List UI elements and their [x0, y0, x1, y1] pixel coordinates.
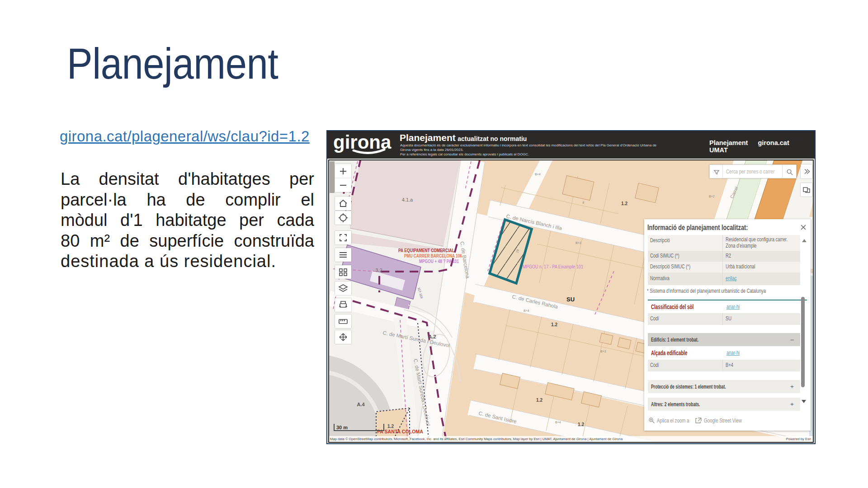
svg-text:B+4: B+4: [535, 173, 541, 176]
svg-text:B+2: B+2: [709, 195, 715, 198]
svg-text:1.2: 1.2: [578, 422, 584, 427]
svg-text:1.2: 1.2: [387, 424, 394, 429]
svg-text:A.4: A.4: [357, 402, 365, 407]
svg-text:PA EQUIPAMENT COMERCIAL: PA EQUIPAMENT COMERCIAL: [398, 248, 454, 253]
svg-text:SU: SU: [566, 296, 575, 303]
svg-text:PMU CARRER BARCELONA 106: PMU CARRER BARCELONA 106: [404, 253, 462, 258]
svg-text:B+4: B+4: [524, 309, 529, 312]
svg-text:MPGOU n. 17 - PA Eixample 101: MPGOU n. 17 - PA Eixample 101: [523, 264, 583, 269]
svg-text:30 m: 30 m: [336, 425, 348, 430]
svg-text:B+4: B+4: [555, 421, 561, 424]
svg-text:B+3: B+3: [600, 350, 606, 353]
svg-text:1.2: 1.2: [551, 322, 557, 327]
svg-text:A.2: A.2: [428, 334, 436, 339]
svg-text:B+3: B+3: [576, 241, 581, 244]
svg-text:1.2: 1.2: [536, 398, 542, 403]
svg-text:3.2: 3.2: [375, 267, 382, 273]
svg-text:4.1.a: 4.1.a: [402, 197, 413, 202]
svg-text:MPGOU + 48 ? PA 101: MPGOU + 48 ? PA 101: [419, 258, 459, 264]
svg-text:1.2: 1.2: [621, 201, 627, 206]
